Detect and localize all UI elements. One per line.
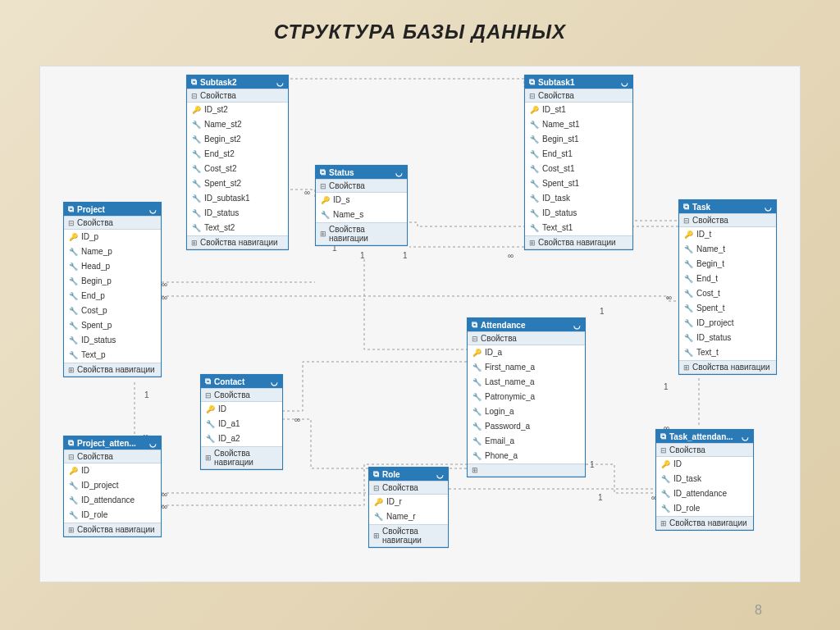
field-icon: 🔧: [684, 303, 693, 314]
field-item: 🔧Text_p: [64, 348, 161, 363]
field-name: Name_s: [333, 209, 363, 221]
field-name: Name_st2: [204, 119, 242, 130]
field-name: Name_t: [696, 244, 725, 255]
field-icon: 🔧: [661, 503, 670, 514]
field-item: 🔧ID_subtask1: [187, 191, 288, 206]
toggle-icon: ⊞: [191, 239, 198, 247]
field-item: 🔧Cost_t: [679, 286, 776, 301]
section-label: Свойства навигации: [692, 363, 770, 372]
cardinality-mark: 1: [144, 390, 149, 399]
field-name: Email_a: [485, 436, 514, 447]
entity-title: Task_attendan...: [669, 432, 733, 441]
toggle-icon: ⊞: [683, 363, 690, 372]
toggle-icon: ⊞: [373, 532, 380, 540]
field-list: 🔑ID_st1🔧Name_st1🔧Begin_st1🔧End_st1🔧Cost_…: [525, 103, 632, 235]
field-icon: 🔧: [69, 509, 78, 521]
field-item: 🔧Cost_st2: [187, 162, 288, 176]
pk-icon: 🔑: [69, 231, 78, 243]
field-icon: 🔧: [374, 511, 383, 523]
field-name: Patronymic_a: [485, 391, 535, 403]
toggle-icon: ⊞: [320, 230, 326, 238]
pk-icon: 🔑: [321, 194, 330, 206]
field-name: End_st2: [204, 148, 235, 160]
field-item: 🔧ID_attendance: [656, 486, 753, 501]
field-item: 🔑ID_a: [468, 345, 585, 360]
cardinality-mark: ∞: [304, 188, 310, 197]
pk-icon: 🔑: [192, 104, 201, 116]
entity-icon: ⧉: [683, 202, 689, 212]
pk-icon: 🔑: [472, 347, 482, 358]
entity-title: Project_atten...: [77, 439, 136, 448]
field-icon: 🔧: [192, 178, 201, 189]
field-icon: 🔧: [192, 148, 201, 160]
field-item: 🔧End_t: [679, 272, 776, 286]
entity-icon: ⧉: [205, 377, 211, 386]
field-name: First_name_a: [485, 362, 535, 373]
collapse-icon: ◡: [621, 78, 628, 87]
field-item: 🔧ID_status: [64, 333, 161, 348]
section-label: Свойства: [692, 216, 728, 225]
field-item: 🔑ID_r: [369, 495, 448, 509]
field-icon: 🔧: [472, 391, 482, 403]
field-icon: 🔧: [684, 258, 693, 270]
field-item: 🔧Name_st1: [525, 117, 632, 132]
field-item: 🔧Last_name_a: [468, 375, 585, 390]
entity-attendance: ⧉Attendance◡ ⊟Свойства 🔑ID_a🔧First_name_…: [467, 317, 586, 477]
field-item: 🔧ID_status: [525, 206, 632, 221]
cardinality-mark: 1: [600, 307, 605, 316]
entity-task-atten: ⧉Task_attendan...◡ ⊟Свойства 🔑ID🔧ID_task…: [655, 429, 754, 531]
field-list: 🔑ID🔧ID_project🔧ID_attendance🔧ID_role: [64, 463, 161, 523]
field-item: 🔧Name_s: [316, 208, 407, 222]
entity-icon: ⧉: [373, 469, 379, 479]
section-label: Свойства навигации: [77, 525, 155, 534]
slide-number: 8: [755, 603, 762, 618]
field-item: 🔑ID_s: [316, 193, 407, 208]
section-label: Свойства навигации: [77, 365, 155, 374]
field-icon: 🔧: [472, 406, 482, 418]
field-name: ID_project: [81, 480, 119, 491]
collapse-icon: ◡: [149, 205, 157, 214]
field-name: Login_a: [485, 406, 514, 418]
field-icon: 🔧: [472, 421, 482, 432]
field-item: 🔧Spent_t: [679, 301, 776, 316]
field-name: ID_status: [696, 332, 731, 344]
field-item: 🔧ID_attendance: [64, 493, 161, 508]
field-name: End_t: [696, 273, 718, 285]
field-name: ID_st1: [542, 104, 566, 116]
field-name: ID_attendance: [81, 495, 135, 506]
field-name: ID_r: [386, 496, 402, 508]
entity-icon: ⧉: [68, 204, 74, 214]
field-icon: 🔧: [684, 347, 693, 358]
field-name: ID_p: [81, 231, 98, 243]
field-name: ID_status: [204, 208, 239, 219]
field-icon: 🔧: [684, 244, 693, 255]
collapse-icon: ◡: [395, 168, 403, 177]
field-item: 🔧ID_task: [525, 191, 632, 206]
field-item: 🔧Spent_st1: [525, 176, 632, 191]
section-label: Свойства навигации: [669, 518, 747, 527]
field-name: ID_a1: [218, 418, 240, 430]
field-item: 🔧Text_t: [679, 345, 776, 360]
field-item: 🔧Text_st2: [187, 221, 288, 235]
field-item: 🔧Name_st2: [187, 117, 288, 132]
field-name: ID_a2: [218, 433, 240, 445]
page-title: СТРУКТУРА БАЗЫ ДАННЫХ: [0, 0, 840, 43]
field-name: ID: [218, 404, 226, 415]
field-icon: 🔧: [69, 276, 78, 287]
field-name: Spent_st2: [204, 178, 241, 189]
field-icon: 🔧: [192, 119, 201, 130]
entity-icon: ⧉: [191, 77, 197, 87]
field-name: Password_a: [485, 421, 530, 432]
field-item: 🔧End_st1: [525, 147, 632, 162]
field-icon: 🔧: [684, 332, 693, 344]
field-icon: 🔧: [206, 433, 215, 445]
field-name: Phone_a: [485, 450, 518, 462]
field-icon: 🔧: [69, 480, 78, 491]
cardinality-mark: ∞: [162, 502, 167, 511]
toggle-icon: ⊞: [68, 366, 75, 374]
entity-icon: ⧉: [660, 431, 666, 441]
field-icon: 🔧: [684, 273, 693, 285]
entity-title: Task: [692, 203, 710, 212]
field-name: Text_st2: [204, 222, 235, 234]
toggle-icon: ⊞: [68, 526, 75, 534]
